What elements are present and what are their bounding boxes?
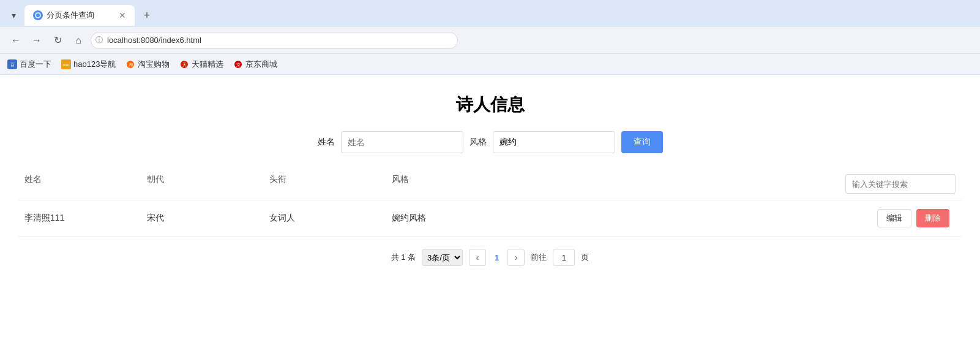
new-tab-btn[interactable]: + [138, 7, 155, 24]
table-row: 李清照111 宋代 女词人 婉约风格 编辑 删除 [18, 200, 962, 237]
current-page: 1 [492, 253, 501, 262]
bookmark-baidu-label: 百度一下 [20, 59, 51, 70]
baidu-icon: 百 [7, 59, 17, 69]
svg-text:百: 百 [10, 63, 15, 67]
page-unit: 页 [581, 252, 589, 263]
bookmark-hao123[interactable]: hao hao123导航 [61, 59, 116, 70]
bookmark-tmall-label: 天猫精选 [192, 59, 223, 70]
jd-icon: 京 [233, 59, 243, 69]
address-bar: ← → ↻ ⌂ ⓘ [0, 27, 980, 54]
goto-input[interactable] [553, 249, 575, 266]
prev-page-btn[interactable]: ‹ [469, 249, 486, 266]
table-header: 姓名 朝代 头衔 风格 [18, 168, 962, 200]
edit-btn[interactable]: 编辑 [877, 209, 911, 227]
search-bar: 姓名 风格 查询 [18, 131, 962, 153]
tab-title: 分页条件查询 [47, 10, 114, 21]
row-style: 婉约风格 [386, 213, 839, 224]
style-label: 风格 [469, 137, 487, 148]
taobao-icon: 淘 [125, 59, 135, 69]
tab-dropdown-btn[interactable]: ▾ [5, 7, 22, 24]
bookmark-taobao[interactable]: 淘 淘宝购物 [125, 59, 170, 70]
prev-icon: ‹ [476, 253, 479, 262]
hao123-icon: hao [61, 59, 71, 69]
row-title: 女词人 [263, 213, 386, 224]
svg-text:hao: hao [63, 63, 70, 67]
reload-btn[interactable]: ↻ [49, 32, 66, 49]
pagination: 共 1 条 3条/页 ‹ 1 › 前往 页 [18, 249, 962, 266]
style-input[interactable] [493, 131, 615, 153]
page-title: 诗人信息 [18, 93, 962, 116]
tmall-icon: 天 [179, 59, 189, 69]
bookmarks-bar: 百 百度一下 hao hao123导航 淘 淘宝购物 天 天猫精选 京 [0, 54, 980, 75]
svg-text:淘: 淘 [129, 63, 133, 67]
forward-btn[interactable]: → [28, 32, 45, 49]
svg-point-1 [36, 13, 40, 17]
goto-label: 前往 [531, 252, 547, 263]
col-style: 风格 [386, 174, 839, 194]
row-actions: 编辑 删除 [839, 209, 962, 227]
bookmark-taobao-label: 淘宝购物 [138, 59, 170, 70]
col-title: 头衔 [263, 174, 386, 194]
lock-icon: ⓘ [95, 35, 103, 45]
name-label: 姓名 [318, 137, 335, 148]
tab-favicon [33, 10, 43, 20]
next-page-btn[interactable]: › [507, 249, 525, 266]
col-search [839, 174, 962, 194]
bookmark-baidu[interactable]: 百 百度一下 [7, 59, 51, 70]
col-dynasty: 朝代 [141, 174, 263, 194]
col-name: 姓名 [18, 174, 141, 194]
url-input[interactable] [91, 32, 458, 49]
row-name: 李清照111 [18, 213, 141, 224]
query-btn[interactable]: 查询 [621, 131, 663, 153]
svg-text:天: 天 [182, 63, 187, 67]
total-text: 共 1 条 [391, 252, 416, 263]
bookmark-jd[interactable]: 京 京东商城 [233, 59, 277, 70]
home-btn[interactable]: ⌂ [70, 32, 87, 49]
svg-text:京: 京 [236, 63, 241, 67]
url-bar-wrap: ⓘ [91, 32, 458, 49]
name-input[interactable] [341, 131, 463, 153]
next-icon: › [515, 253, 518, 262]
table-container: 姓名 朝代 头衔 风格 李清照111 宋代 女词人 婉约风格 编辑 删除 [18, 168, 962, 237]
keyword-input[interactable] [845, 174, 956, 194]
page-content: 诗人信息 姓名 风格 查询 姓名 朝代 头衔 风格 李清照111 宋代 [0, 75, 980, 342]
bookmark-jd-label: 京东商城 [245, 59, 277, 70]
bookmark-tmall[interactable]: 天 天猫精选 [179, 59, 223, 70]
chevron-down-icon: ▾ [12, 10, 16, 20]
bookmark-hao123-label: hao123导航 [73, 59, 116, 70]
row-dynasty: 宋代 [141, 213, 263, 224]
page-size-select[interactable]: 3条/页 [422, 249, 463, 266]
tab-close-btn[interactable]: ✕ [119, 10, 126, 20]
delete-btn[interactable]: 删除 [916, 209, 949, 227]
back-btn[interactable]: ← [7, 32, 24, 49]
active-tab[interactable]: 分页条件查询 ✕ [24, 5, 135, 26]
